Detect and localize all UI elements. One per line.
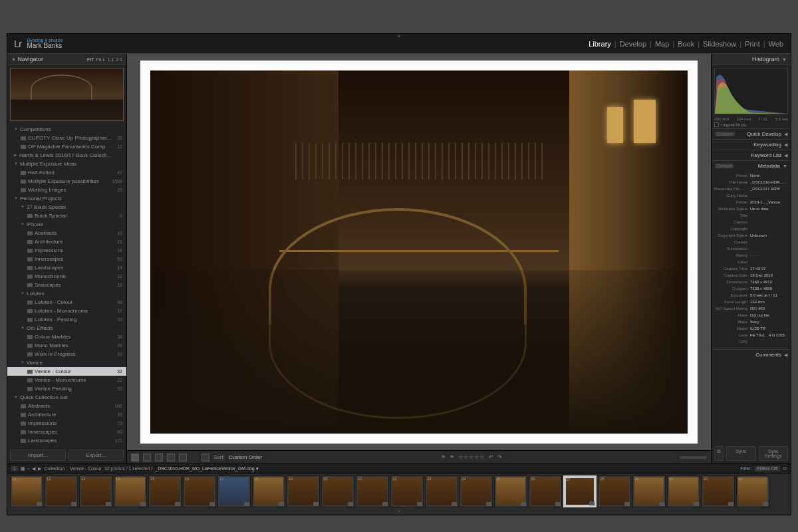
breadcrumb-file[interactable]: _DSC1016-HDR_MO_LaFeniceVenice_GM.dng ▾: [155, 466, 258, 471]
keywording-header[interactable]: Keywording ◀: [712, 140, 791, 150]
flag-reject-icon[interactable]: ⚑: [450, 454, 454, 460]
sort-value[interactable]: Custom Order: [229, 454, 262, 460]
tree-row[interactable]: ▼37 Buick Special: [7, 203, 126, 211]
sync-toggle-icon[interactable]: ⊞: [714, 446, 724, 461]
metadata-value[interactable]: _DSC1016-HDR_MO_LaFeniceVenice_GM.dng: [750, 179, 788, 186]
disclosure-icon[interactable]: ▼: [14, 126, 18, 133]
metadata-value[interactable]: [750, 225, 788, 232]
tree-row[interactable]: Innerscapes60: [7, 428, 126, 436]
thumbnail[interactable]: 26: [529, 475, 562, 507]
disclosure-icon[interactable]: ▼: [21, 290, 25, 297]
tree-row[interactable]: Buick Special6: [7, 211, 126, 220]
tree-row[interactable]: Innerscapes53: [7, 255, 126, 263]
module-slideshow[interactable]: Slideshow: [702, 40, 737, 48]
thumbnail[interactable]: 15: [148, 475, 182, 507]
thumbnail[interactable]: 14: [114, 475, 147, 507]
thumbnail[interactable]: 13: [79, 475, 112, 507]
people-view-icon[interactable]: [179, 454, 187, 462]
flag-pick-icon[interactable]: ⚑: [441, 454, 446, 460]
survey-view-icon[interactable]: [167, 454, 175, 462]
loupe-view-icon[interactable]: [143, 454, 151, 462]
tree-row[interactable]: Half-Edited47: [7, 168, 126, 177]
disclosure-icon[interactable]: ▼: [21, 203, 25, 211]
navigator-header[interactable]: ▼ Navigator FITFILL1:13:1: [7, 54, 126, 65]
tree-row[interactable]: ▼Personal Projects: [7, 194, 126, 203]
tree-row[interactable]: Abstracts160: [7, 402, 126, 410]
thumbnail[interactable]: 23: [425, 475, 458, 507]
tree-row[interactable]: Monochrome12: [7, 272, 126, 281]
metadata-value[interactable]: 19 Dec 2019: [750, 272, 788, 279]
metadata-value[interactable]: ISO 400: [750, 305, 788, 312]
tree-row[interactable]: Architecture33: [7, 410, 126, 419]
thumbnail[interactable]: 28: [598, 475, 631, 507]
import-button[interactable]: Import...: [10, 450, 66, 461]
compare-view-icon[interactable]: [155, 454, 163, 462]
painter-icon[interactable]: [201, 454, 209, 462]
metadata-value[interactable]: 7338 x 4898: [750, 285, 788, 292]
disclosure-icon[interactable]: ▶: [14, 152, 17, 159]
thumbnail[interactable]: 29: [632, 475, 666, 507]
metadata-header[interactable]: Default Metadata ▼: [712, 161, 791, 171]
module-map[interactable]: Map: [654, 40, 670, 48]
thumbnail[interactable]: 17: [217, 475, 251, 507]
metadata-value[interactable]: Up to date: [750, 205, 788, 212]
back-icon[interactable]: ◀: [32, 466, 35, 471]
tree-row[interactable]: Mono Marbles29: [7, 341, 126, 350]
metadata-value[interactable]: [750, 219, 788, 225]
sync-button[interactable]: Sync: [726, 446, 756, 461]
tree-row[interactable]: Working Images25: [7, 186, 126, 194]
disclosure-icon[interactable]: ▼: [14, 394, 18, 401]
disclosure-icon[interactable]: ▼: [14, 160, 18, 168]
grid-icon[interactable]: ▦: [21, 466, 25, 471]
metadata-value[interactable]: _DSC1017.ARW: [750, 186, 788, 192]
tree-row[interactable]: Architecture21: [7, 237, 126, 246]
thumbnail[interactable]: 25: [494, 475, 527, 507]
tree-row[interactable]: Seascapes12: [7, 281, 126, 289]
metadata-value[interactable]: 17:42:37: [750, 265, 788, 272]
tree-row[interactable]: OP Magazine Panoramics Comp12: [7, 142, 126, 151]
second-window-icon[interactable]: ▫: [28, 466, 29, 471]
slider-icon[interactable]: [680, 456, 707, 459]
grid-view-icon[interactable]: [131, 454, 139, 462]
metadata-value[interactable]: [750, 192, 788, 199]
metadata-value[interactable]: 2018-1..._Venice: [750, 199, 788, 205]
disclosure-icon[interactable]: ▼: [21, 359, 25, 366]
tree-row[interactable]: Venice - Monochrome22: [7, 376, 126, 384]
nav-mode-fill[interactable]: FILL: [96, 57, 106, 62]
histogram-header[interactable]: Histogram ▼: [712, 54, 791, 65]
metadata-value[interactable]: [750, 245, 788, 252]
tree-row[interactable]: ▼Quick Collection Set: [7, 393, 126, 402]
thumbnail[interactable]: 31: [702, 475, 735, 507]
disclosure-icon[interactable]: ▼: [21, 221, 25, 228]
thumbnail[interactable]: 27: [563, 475, 597, 507]
panel-toggle-top-icon[interactable]: ▲: [397, 33, 402, 38]
thumbnail[interactable]: 20: [321, 475, 354, 507]
metadata-value[interactable]: FE 70-2... 4 G OSS: [750, 332, 788, 338]
thumbnail[interactable]: 18: [252, 475, 285, 507]
rating-stars[interactable]: ☆☆☆☆☆: [458, 454, 485, 460]
thumbnail[interactable]: 16: [183, 475, 216, 507]
quick-develop-preset[interactable]: Custom: [715, 132, 735, 136]
module-develop[interactable]: Develop: [619, 40, 647, 48]
comments-header[interactable]: Comments ◀: [712, 350, 791, 360]
tree-row[interactable]: Impressions73: [7, 419, 126, 428]
metadata-value[interactable]: 134 mm: [750, 299, 788, 305]
tree-row[interactable]: ▼Orb Effects: [7, 324, 126, 332]
navigator-preview[interactable]: [10, 68, 124, 121]
nav-mode-fit[interactable]: FIT: [87, 57, 94, 62]
metadata-value[interactable]: Sony: [750, 319, 788, 325]
nav-mode-1:1[interactable]: 1:1: [108, 57, 114, 62]
disclosure-icon[interactable]: ▼: [14, 195, 18, 202]
tree-row[interactable]: Lofoten - Pending33: [7, 315, 126, 324]
thumbnail[interactable]: 11: [10, 475, 43, 507]
metadata-value[interactable]: Unknown: [750, 232, 788, 239]
thumbnail[interactable]: 32: [736, 475, 769, 507]
tree-row[interactable]: Landscapes14: [7, 263, 126, 272]
tree-row[interactable]: Lofoten - Colour48: [7, 298, 126, 307]
nav-mode-3:1[interactable]: 3:1: [116, 57, 122, 62]
metadata-value[interactable]: [750, 259, 788, 265]
metadata-value[interactable]: [750, 239, 788, 245]
tree-row[interactable]: Colour Marbles34: [7, 332, 126, 341]
tree-row[interactable]: Venice - Colour32: [7, 367, 126, 376]
metadata-value[interactable]: 7360 x 4912: [750, 279, 788, 285]
